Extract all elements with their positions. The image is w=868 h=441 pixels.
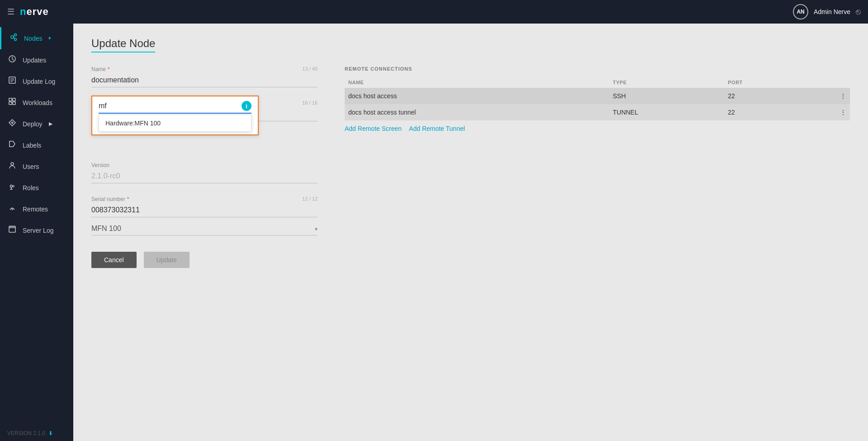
col-header-actions (802, 77, 850, 88)
sidebar-item-updatelog[interactable]: Update Log (0, 71, 73, 92)
sidebar-label-nodes: Nodes (24, 35, 42, 42)
svg-point-16 (11, 163, 14, 165)
name-input[interactable] (91, 74, 318, 87)
version-input[interactable] (91, 170, 318, 183)
serial-field: Serial number * 12 / 12 MFN 100 ▾ (91, 196, 318, 235)
sidebar-label-deploy: Deploy (23, 120, 43, 128)
svg-rect-10 (9, 98, 12, 101)
secureid-char-count: 16 / 16 (302, 100, 318, 105)
sidebar-label-updates: Updates (23, 57, 46, 64)
updates-icon (7, 55, 17, 65)
svg-rect-13 (13, 102, 15, 105)
remote-connections-section: REMOTE CONNECTIONS NAME TYPE PORT docs h… (345, 66, 850, 268)
add-remote-screen-link[interactable]: Add Remote Screen (345, 125, 402, 132)
col-header-type: TYPE (609, 77, 725, 88)
serial-char-count: 12 / 12 (302, 196, 318, 201)
hamburger-icon[interactable]: ☰ (7, 7, 14, 17)
sidebar-item-roles[interactable]: Roles (0, 177, 73, 198)
remote-actions: Add Remote Screen Add Remote Tunnel (345, 125, 850, 132)
sidebar-label-updatelog: Update Log (23, 78, 55, 85)
row1-name: docs host access (345, 88, 609, 104)
svg-line-3 (14, 35, 14, 37)
sidebar-item-updates[interactable]: Updates (0, 49, 73, 71)
sidebar-item-nodes[interactable]: Nodes ▾ (0, 27, 73, 49)
remote-connections-table: NAME TYPE PORT docs host access SSH 22 ⋮ (345, 77, 850, 120)
row2-name: docs host access tunnel (345, 104, 609, 120)
version-field: Version (91, 162, 318, 183)
user-avatar: AN (793, 4, 808, 19)
row2-port: 22 (724, 104, 802, 120)
page-title: Update Node (91, 37, 155, 53)
update-button[interactable]: Update (144, 252, 190, 268)
svg-line-4 (14, 37, 14, 39)
sidebar-label-users: Users (23, 163, 39, 170)
main-content: Update Node Name * 13 / 40 Secure ID (73, 24, 868, 441)
table-row: docs host access tunnel TUNNEL 22 ⋮ (345, 104, 850, 120)
roles-icon (7, 182, 17, 193)
serverlog-icon (7, 225, 17, 235)
row2-more-icon[interactable]: ⋮ (802, 104, 850, 120)
row1-port: 22 (724, 88, 802, 104)
svg-point-17 (10, 185, 13, 187)
user-name-label: Admin Nerve (814, 8, 850, 15)
svg-rect-11 (13, 98, 15, 101)
workloads-icon (7, 97, 17, 108)
serial-dropdown[interactable]: MFN 100 (91, 223, 318, 235)
form-buttons: Cancel Update (91, 252, 318, 268)
name-label: Name * 13 / 40 (91, 66, 318, 72)
autocomplete-popup: mf i Hardware:MFN 100 (91, 96, 259, 135)
name-field: Name * 13 / 40 (91, 66, 318, 87)
sidebar-label-labels: Labels (23, 142, 41, 149)
name-char-count: 13 / 40 (302, 66, 318, 72)
svg-point-0 (11, 36, 14, 38)
sidebar-label-serverlog: Server Log (23, 227, 53, 234)
svg-point-24 (11, 226, 12, 227)
row1-more-icon[interactable]: ⋮ (802, 88, 850, 104)
logout-icon[interactable]: ⎋ (856, 7, 861, 17)
deploy-icon (7, 119, 17, 129)
deploy-arrow: ▶ (49, 121, 52, 127)
sidebar-label-workloads: Workloads (23, 99, 52, 106)
nodes-arrow: ▾ (48, 35, 51, 41)
info-icon[interactable]: i (242, 101, 251, 111)
sidebar-item-serverlog[interactable]: Server Log (0, 220, 73, 241)
svg-point-23 (10, 226, 11, 227)
version-label: Version (91, 162, 318, 168)
sidebar-item-workloads[interactable]: Workloads (0, 92, 73, 113)
dropdown-item-hardware[interactable]: Hardware:MFN 100 (99, 115, 251, 131)
sidebar-item-deploy[interactable]: Deploy ▶ (0, 113, 73, 134)
sidebar-label-roles: Roles (23, 184, 39, 192)
version-download-icon[interactable]: ⬇ (48, 430, 53, 436)
serial-dropdown-wrapper: MFN 100 ▾ (91, 223, 318, 235)
updatelog-icon (7, 76, 17, 86)
topnav-right: AN Admin Nerve ⎋ (793, 4, 861, 19)
secureid-field: Secure ID * 16 / 16 mf i Hardware:MFN 10… (91, 100, 318, 121)
row2-type: TUNNEL (609, 104, 725, 120)
cancel-button[interactable]: Cancel (91, 252, 137, 268)
top-navigation: ☰ nerve AN Admin Nerve ⎋ (0, 0, 868, 24)
sidebar-item-labels[interactable]: Labels (0, 134, 73, 156)
remote-connections-title: REMOTE CONNECTIONS (345, 66, 850, 72)
form-left: Name * 13 / 40 Secure ID * 16 / 16 (91, 66, 318, 268)
row1-type: SSH (609, 88, 725, 104)
form-section: Name * 13 / 40 Secure ID * 16 / 16 (91, 66, 850, 268)
sidebar-item-users[interactable]: Users (0, 156, 73, 177)
sidebar-item-remotes[interactable]: Remotes (0, 198, 73, 220)
serial-label: Serial number * 12 / 12 (91, 196, 318, 202)
sidebar: Nodes ▾ Updates Update Log (0, 24, 73, 441)
remotes-icon (7, 204, 17, 214)
sidebar-label-remotes: Remotes (23, 206, 48, 213)
add-remote-tunnel-link[interactable]: Add Remote Tunnel (409, 125, 465, 132)
version-text: VERSION 2.1.0 (7, 430, 45, 436)
serial-required: * (127, 196, 129, 202)
name-required: * (108, 66, 110, 72)
labels-icon (7, 140, 17, 150)
nodes-icon (9, 33, 19, 44)
autocomplete-value: mf (99, 102, 242, 110)
col-header-name: NAME (345, 77, 609, 88)
serial-input[interactable] (91, 204, 318, 217)
version-info: VERSION 2.1.0 ⬇ (0, 426, 73, 441)
autocomplete-dropdown: Hardware:MFN 100 (99, 115, 251, 132)
svg-point-20 (12, 209, 13, 210)
table-row: docs host access SSH 22 ⋮ (345, 88, 850, 104)
